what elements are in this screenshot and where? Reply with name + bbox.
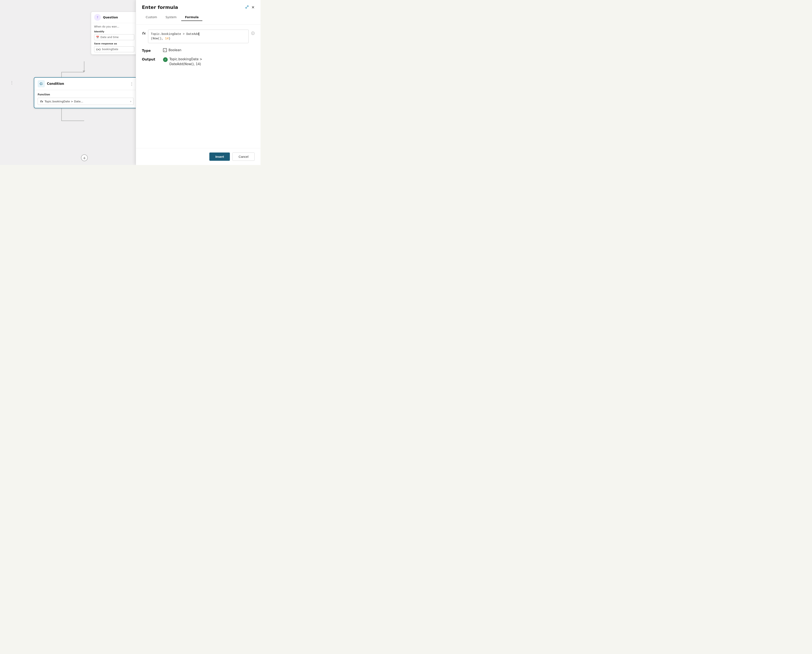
formula-line2-prefix: (Now(), — [151, 37, 165, 40]
formula-panel: Enter formula ✕ Custom System Formula fx… — [136, 0, 261, 165]
question-prompt: When do you wan... — [94, 25, 134, 28]
insert-button[interactable]: Insert — [209, 153, 230, 161]
save-response-label: Save response as — [94, 42, 134, 45]
condition-node: Condition ⋮ Function fx Topic.bookingDat… — [34, 77, 137, 108]
booking-field[interactable]: {x} bookingDate — [94, 46, 134, 52]
checkbox-check: ✓ — [164, 49, 166, 52]
output-row: Output ✓ Topic.bookingDate > DateAdd(Now… — [142, 57, 255, 66]
formula-line1: Topic.bookingDate > DateAdd — [151, 32, 199, 36]
date-time-label: Date and time — [101, 36, 119, 39]
condition-more-icon[interactable]: ⋮ — [130, 82, 134, 86]
expand-icon[interactable] — [245, 5, 249, 10]
add-button[interactable]: + — [81, 154, 88, 161]
question-node: ? Question When do you wan... Identify 📅… — [91, 12, 137, 55]
boolean-checkbox-icon: ✓ — [163, 48, 167, 52]
question-node-header: ? Question — [91, 12, 137, 23]
tabs: Custom System Formula — [142, 14, 255, 21]
connector-horizontal-bottom — [61, 121, 84, 121]
identify-label: Identify — [94, 30, 134, 33]
question-icon: ? — [94, 14, 101, 21]
chevron-right-icon: › — [130, 99, 131, 103]
fx-badge: fx — [40, 100, 43, 103]
question-title: Question — [103, 16, 118, 19]
output-value: ✓ Topic.bookingDate > DateAdd(Now(), 14) — [163, 57, 202, 66]
right-edge-dots[interactable]: ⋮ — [10, 80, 14, 85]
connector-vertical-1 — [84, 61, 84, 72]
formula-body: fx Topic.bookingDate > DateAdd (Now(), 1… — [136, 24, 261, 148]
formula-text: Topic.bookingDate > DateAdd (Now(), 14) — [151, 32, 246, 41]
calendar-icon: 📅 — [96, 36, 99, 39]
info-icon[interactable]: ⓘ — [251, 30, 255, 36]
condition-icon — [38, 80, 45, 87]
variable-icon: {x} — [96, 48, 101, 51]
date-time-field[interactable]: 📅 Date and time — [94, 34, 134, 40]
tab-system[interactable]: System — [162, 14, 180, 21]
function-field[interactable]: fx Topic.bookingDate > Date... › — [38, 98, 134, 105]
function-label: Function — [38, 93, 134, 96]
formula-title: Enter formula — [142, 5, 178, 10]
close-icon[interactable]: ✕ — [252, 5, 255, 9]
connector-horizontal-top — [61, 72, 84, 72]
output-text: Topic.bookingDate > DateAdd(Now(), 14) — [169, 57, 202, 66]
booking-var: bookingDate — [102, 48, 118, 51]
type-value: ✓ Boolean — [163, 48, 182, 52]
formula-input-row: fx Topic.bookingDate > DateAdd (Now(), 1… — [142, 30, 255, 43]
tab-formula[interactable]: Formula — [181, 14, 202, 21]
formula-header-actions: ✕ — [245, 5, 255, 10]
formula-footer: Insert Cancel — [136, 148, 261, 165]
formula-number: 14 — [165, 37, 169, 40]
formula-input[interactable]: Topic.bookingDate > DateAdd (Now(), 14) — [148, 30, 249, 43]
type-label: Type — [142, 48, 159, 53]
formula-panel-header: Enter formula ✕ Custom System Formula — [136, 0, 261, 24]
type-row: Type ✓ Boolean — [142, 48, 255, 53]
arrow-down — [83, 71, 85, 72]
condition-header-left: Condition — [38, 80, 64, 87]
canvas: ? Question When do you wan... Identify 📅… — [0, 0, 140, 165]
success-icon: ✓ — [163, 57, 168, 62]
formula-cursor — [199, 32, 199, 36]
output-label: Output — [142, 57, 159, 61]
formula-title-row: Enter formula ✕ — [142, 5, 255, 10]
condition-node-body: Function fx Topic.bookingDate > Date... … — [34, 90, 137, 108]
question-node-body: When do you wan... Identify 📅 Date and t… — [91, 23, 137, 54]
cancel-button[interactable]: Cancel — [232, 153, 255, 161]
fx-label: fx — [142, 30, 145, 35]
condition-node-header: Condition ⋮ — [34, 78, 137, 90]
formula-line2-suffix: ) — [168, 37, 170, 40]
function-field-text: Topic.bookingDate > Date... — [44, 100, 128, 103]
condition-title: Condition — [47, 82, 64, 86]
type-boolean: Boolean — [168, 48, 182, 52]
tab-custom[interactable]: Custom — [142, 14, 161, 21]
